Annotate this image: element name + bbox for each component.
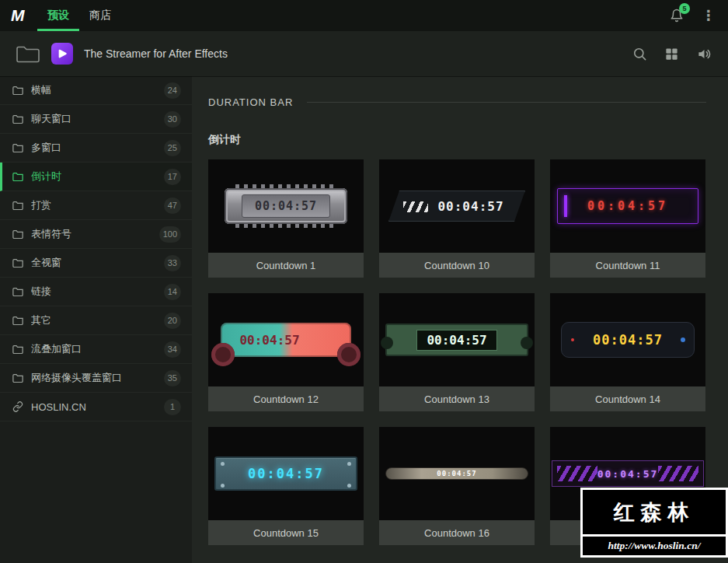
preset-card-countdown-11[interactable]: 00:04:57 Countdown 11 xyxy=(550,159,705,278)
streamer-app-icon xyxy=(51,43,73,65)
preset-card-countdown-16[interactable]: 00:04:57 Countdown 16 xyxy=(379,427,535,545)
timer-graphic: 00:04:57 xyxy=(385,323,528,356)
preset-card-countdown-10[interactable]: 00:04:57 Countdown 10 xyxy=(379,159,535,278)
sidebar-item-stream-overlay[interactable]: 流叠加窗口 34 xyxy=(0,335,192,364)
folder-icon xyxy=(12,86,23,95)
sidebar-item-label: 链接 xyxy=(31,285,156,299)
preset-thumbnail: 00:04:57 xyxy=(208,427,364,520)
group-title: 倒计时 xyxy=(208,133,706,147)
count-badge: 24 xyxy=(164,82,181,99)
sidebar-item-hoslin-link[interactable]: HOSLIN.CN 1 xyxy=(0,393,192,421)
timer-graphic: 00:04:57 xyxy=(221,323,351,357)
watermark-title: 红森林 xyxy=(583,490,726,534)
folder-icon xyxy=(12,316,23,325)
sidebar-item-webcam-overlay[interactable]: 网络摄像头覆盖窗口 35 xyxy=(0,364,192,393)
timer-graphic: 00:04:57 xyxy=(561,322,695,358)
tab-store[interactable]: 商店 xyxy=(79,0,121,31)
count-badge: 30 xyxy=(164,111,181,128)
count-badge: 14 xyxy=(164,284,181,300)
folder-icon xyxy=(12,287,23,296)
folder-icon xyxy=(12,201,23,210)
folder-icon xyxy=(12,258,23,268)
preset-card-label: Countdown 16 xyxy=(379,520,535,545)
count-badge: 100 xyxy=(159,226,181,243)
preset-thumbnail: 00:04:57 xyxy=(550,293,705,386)
preset-card-label: Countdown 1 xyxy=(208,253,364,278)
folder-icon xyxy=(12,229,23,239)
sidebar-item-label: 流叠加窗口 xyxy=(31,342,156,356)
preset-thumbnail: 00:04:57 xyxy=(379,427,535,520)
app-logo: M xyxy=(11,6,37,25)
count-badge: 1 xyxy=(164,399,181,415)
sidebar-item-links[interactable]: 链接 14 xyxy=(0,278,192,306)
preset-card-countdown-14[interactable]: 00:04:57 Countdown 14 xyxy=(550,293,705,411)
preset-card-countdown-15[interactable]: 00:04:57 Countdown 15 xyxy=(208,427,364,545)
watermark-url: http://www.hoslin.cn/ xyxy=(583,534,726,555)
sidebar-item-label: 网络摄像头覆盖窗口 xyxy=(31,371,156,385)
timer-display: 00:04:57 xyxy=(593,332,663,348)
timer-graphic: 00:04:57 xyxy=(385,467,528,480)
sidebar-item-label: HOSLIN.CN xyxy=(31,401,156,413)
timer-display: 00:04:57 xyxy=(416,330,496,351)
count-badge: 17 xyxy=(164,169,181,185)
timer-display: 00:04:57 xyxy=(437,470,476,477)
preset-card-label: Countdown 14 xyxy=(550,386,705,411)
preset-thumbnail: 00:04:57 xyxy=(208,159,364,253)
sidebar-item-label: 全视窗 xyxy=(31,256,156,270)
sidebar-item-label: 表情符号 xyxy=(31,227,152,241)
sidebar-item-emoji[interactable]: 表情符号 100 xyxy=(0,220,192,249)
watermark: 红森林 http://www.hoslin.cn/ xyxy=(580,488,728,558)
timer-display: 00:04:57 xyxy=(437,199,503,214)
kebab-menu-icon[interactable]: ⋮ xyxy=(700,9,717,23)
timer-graphic: 00:04:57 xyxy=(552,460,704,487)
preset-card-label: Countdown 12 xyxy=(208,386,364,411)
count-badge: 47 xyxy=(164,198,181,214)
sidebar-item-label: 打赏 xyxy=(31,198,156,212)
sidebar-item-fullscreen[interactable]: 全视窗 33 xyxy=(0,249,192,278)
timer-graphic: 00:04:57 xyxy=(557,188,698,224)
timer-graphic: 00:04:57 xyxy=(225,188,347,224)
timer-display: 00:04:57 xyxy=(597,468,659,480)
section-title: DURATION BAR xyxy=(208,96,293,108)
sidebar-item-other[interactable]: 其它 20 xyxy=(0,306,192,335)
preset-thumbnail: 00:04:57 xyxy=(550,159,705,253)
timer-display: 00:04:57 xyxy=(248,466,324,481)
sidebar-item-label: 倒计时 xyxy=(31,170,156,184)
preset-thumbnail: 00:04:57 xyxy=(379,159,535,253)
timer-graphic: 00:04:57 xyxy=(388,191,525,222)
sidebar-item-label: 其它 xyxy=(31,313,156,327)
sidebar-item-label: 聊天窗口 xyxy=(31,112,156,126)
search-icon[interactable] xyxy=(632,47,647,61)
preset-card-countdown-12[interactable]: 00:04:57 Countdown 12 xyxy=(208,293,364,411)
timer-display: 00:04:57 xyxy=(587,199,668,213)
sidebar-item-multi-window[interactable]: 多窗口 25 xyxy=(0,134,192,163)
section-divider xyxy=(307,102,706,103)
sidebar-item-label: 多窗口 xyxy=(31,141,156,155)
link-icon xyxy=(12,401,23,412)
sidebar-item-chat-window[interactable]: 聊天窗口 30 xyxy=(0,105,192,134)
folder-icon xyxy=(12,373,23,383)
tab-presets[interactable]: 预设 xyxy=(37,0,79,31)
preset-card-label: Countdown 13 xyxy=(379,386,535,411)
grid-view-icon[interactable] xyxy=(664,47,679,61)
count-badge: 20 xyxy=(164,313,181,329)
sidebar-item-countdown[interactable]: 倒计时 17 xyxy=(0,163,192,191)
volume-icon[interactable] xyxy=(696,47,712,61)
notification-badge: 5 xyxy=(679,3,690,14)
folder-browse-icon[interactable] xyxy=(16,44,40,63)
folder-icon xyxy=(12,172,23,181)
preset-card-countdown-13[interactable]: 00:04:57 Countdown 13 xyxy=(379,293,535,411)
top-bar: M 预设 商店 5 ⋮ xyxy=(0,0,728,31)
pack-title: The Streamer for After Effects xyxy=(84,47,228,60)
preset-card-countdown-1[interactable]: 00:04:57 Countdown 1 xyxy=(208,159,364,278)
count-badge: 35 xyxy=(164,370,181,386)
folder-icon xyxy=(12,114,23,124)
notifications-button[interactable]: 5 xyxy=(669,8,684,23)
sidebar-item-donation[interactable]: 打赏 47 xyxy=(0,191,192,220)
preset-card-label: Countdown 10 xyxy=(379,253,535,278)
sidebar-item-banners[interactable]: 横幅 24 xyxy=(0,76,192,105)
count-badge: 25 xyxy=(164,140,181,156)
app-header: The Streamer for After Effects xyxy=(0,31,728,76)
app-window: M 预设 商店 5 ⋮ The Streamer for After Effec… xyxy=(0,0,728,563)
preset-thumbnail: 00:04:57 xyxy=(379,293,535,386)
